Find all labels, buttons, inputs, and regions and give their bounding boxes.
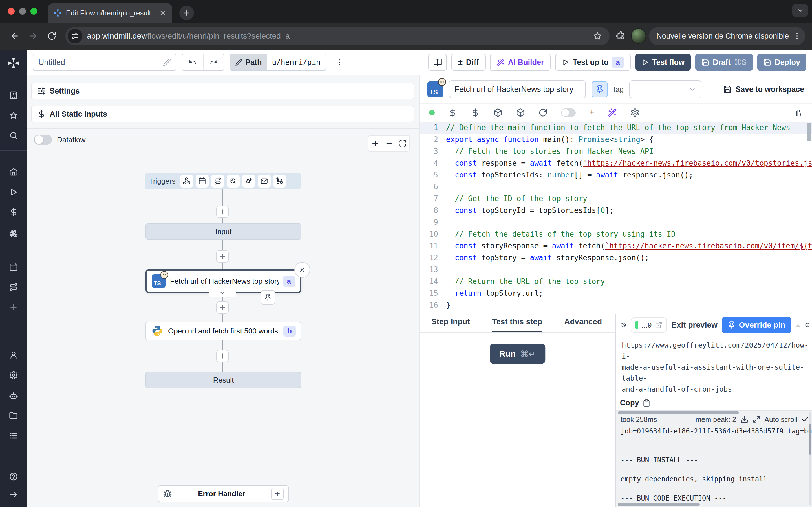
add-variable-icon[interactable] <box>448 108 457 117</box>
zoom-out-icon[interactable] <box>385 139 393 147</box>
forward-button[interactable] <box>26 28 41 44</box>
extensions-icon[interactable] <box>615 31 625 41</box>
code-line[interactable]: 10 // Fetch the details of the top story… <box>419 228 812 240</box>
run-button[interactable]: Run ⌘↵ <box>490 344 545 364</box>
close-tab-icon[interactable] <box>159 9 166 17</box>
code-line[interactable]: 7 // Get the ID of the top story <box>419 193 812 205</box>
undo-button[interactable] <box>182 54 203 70</box>
tab-advanced[interactable]: Advanced <box>564 317 602 332</box>
download-logs-icon[interactable] <box>740 415 749 424</box>
code-line[interactable]: 14 // Return the URL of the top story <box>419 276 812 287</box>
add-resource-icon[interactable] <box>471 108 480 117</box>
pin-step-button[interactable] <box>592 81 608 98</box>
minimize-window-button[interactable] <box>19 8 26 15</box>
diff-mode-icon[interactable]: ± <box>589 108 594 117</box>
webhook-trigger-icon[interactable] <box>180 175 193 187</box>
code-line[interactable]: 15 return topStory.url; <box>419 287 812 299</box>
code-line[interactable]: 4 const response = await fetch('https://… <box>419 157 812 169</box>
flow-settings-button[interactable]: Settings <box>31 83 414 99</box>
address-bar[interactable]: app.windmill.dev/flows/edit/u/henri/pin_… <box>65 27 610 45</box>
browser-tab[interactable]: Edit Flow u/henri/pin_results <box>48 3 172 22</box>
log-horizontal-scrollbar[interactable] <box>618 503 700 506</box>
back-button[interactable] <box>7 28 22 44</box>
sidebar-item-runs[interactable] <box>0 185 27 199</box>
websocket-trigger-icon[interactable] <box>227 175 240 187</box>
code-line[interactable]: 9 <box>419 216 812 228</box>
chrome-menu-icon[interactable] <box>793 32 801 40</box>
exit-preview-button[interactable]: Exit preview <box>671 321 717 330</box>
test-up-to-button[interactable]: Test up to a <box>555 54 630 71</box>
sidebar-expand-button[interactable] <box>0 488 27 501</box>
sidebar-item-folders[interactable] <box>0 409 27 422</box>
tag-select[interactable] <box>629 80 702 98</box>
lockfile-icon[interactable] <box>516 108 525 117</box>
sidebar-item-help[interactable] <box>0 470 27 483</box>
editor-settings-icon[interactable] <box>630 108 640 117</box>
code-editor[interactable]: 1// Define the main function to fetch th… <box>419 122 812 314</box>
error-handler-node[interactable]: Error Handler <box>158 485 289 502</box>
sidebar-item-resources[interactable] <box>0 226 27 240</box>
sidebar-item-home[interactable] <box>0 165 27 179</box>
library-icon[interactable] <box>794 108 802 117</box>
poll-trigger-icon[interactable] <box>273 175 286 187</box>
code-line[interactable]: 6 <box>419 181 812 193</box>
log-horizontal-scrollbar[interactable] <box>618 411 739 414</box>
fit-view-icon[interactable] <box>399 139 407 147</box>
save-to-workspace-button[interactable]: Save to workspace <box>723 85 804 94</box>
diff-button[interactable]: ±Diff <box>451 54 486 71</box>
dependencies-icon[interactable] <box>493 108 502 117</box>
schedule-trigger-icon[interactable] <box>196 175 209 187</box>
windmill-logo[interactable] <box>0 56 27 70</box>
site-settings-icon[interactable] <box>68 29 82 43</box>
docs-button[interactable] <box>428 54 447 71</box>
add-step-button[interactable] <box>216 301 229 314</box>
path-control[interactable]: Path u/henri/pin <box>230 54 326 71</box>
sidebar-item-settings[interactable] <box>0 369 27 382</box>
info-icon[interactable] <box>805 321 810 330</box>
tab-step-input[interactable]: Step Input <box>432 317 470 332</box>
deploy-button[interactable]: Deploy <box>757 54 806 71</box>
code-line[interactable]: 13 <box>419 264 812 276</box>
job-run-pill[interactable]: ...9 <box>631 318 667 333</box>
chrome-update-button[interactable]: Nouvelle version de Chrome disponible <box>649 27 805 45</box>
code-line[interactable]: 16} <box>419 299 812 311</box>
delete-step-button[interactable] <box>294 262 310 278</box>
window-controls[interactable] <box>8 8 37 15</box>
sidebar-item-create[interactable] <box>0 300 27 314</box>
more-options-icon[interactable] <box>335 58 344 66</box>
bookmark-star-icon[interactable] <box>593 31 602 41</box>
input-node[interactable]: Input <box>146 223 301 240</box>
draft-button[interactable]: Draft ⌘S <box>695 54 753 71</box>
add-step-button[interactable] <box>216 250 229 263</box>
sidebar-item-workers[interactable] <box>0 389 27 402</box>
add-step-button[interactable] <box>216 206 229 218</box>
pinned-step-icon[interactable] <box>260 290 275 305</box>
code-line[interactable]: 5 const topStoriesIds: number[] = await … <box>419 169 812 181</box>
dataflow-toggle[interactable] <box>34 135 52 145</box>
step-name-input[interactable] <box>449 80 586 98</box>
code-line[interactable]: 1// Define the main function to fetch th… <box>419 122 812 133</box>
add-error-handler-button[interactable] <box>271 488 284 500</box>
expand-logs-icon[interactable] <box>753 415 760 424</box>
flow-name-input[interactable] <box>33 54 176 71</box>
sidebar-item-logs[interactable] <box>0 429 27 443</box>
ai-builder-button[interactable]: AI Builder <box>490 54 551 71</box>
new-tab-button[interactable] <box>179 6 194 20</box>
kafka-trigger-icon[interactable] <box>242 175 255 187</box>
email-trigger-icon[interactable] <box>258 175 271 187</box>
code-line[interactable]: 11 const storyResponse = await fetch(`ht… <box>419 240 812 252</box>
flow-name-field[interactable] <box>38 58 160 67</box>
auto-scroll-check-icon[interactable] <box>801 415 809 424</box>
profile-avatar[interactable] <box>631 29 646 44</box>
copy-result-button[interactable]: Copy <box>620 399 812 407</box>
http-route-trigger-icon[interactable] <box>211 175 224 187</box>
reload-button[interactable] <box>44 28 60 44</box>
sidebar-item-flows[interactable] <box>0 280 27 294</box>
add-step-button[interactable] <box>216 350 229 362</box>
sidebar-item-search[interactable] <box>0 129 27 142</box>
sidebar-item-workspace[interactable] <box>0 89 27 102</box>
external-link-icon[interactable] <box>655 321 662 329</box>
sidebar-item-variables[interactable] <box>0 205 27 219</box>
code-line[interactable]: 12 const topStory = await storyResponse.… <box>419 252 812 264</box>
history-icon[interactable] <box>621 320 626 330</box>
